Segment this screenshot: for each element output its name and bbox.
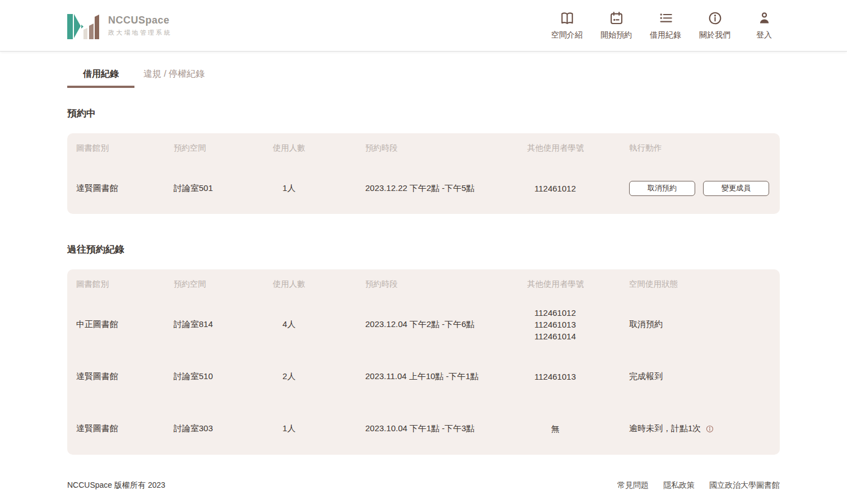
top-header: NCCUSpace 政大場地管理系統 空間介紹 開始預約 xyxy=(0,0,847,52)
cell-timeslot: 2023.12.22 下午2點 -下午5點 xyxy=(365,183,527,194)
nav-label: 關於我們 xyxy=(699,30,730,40)
nav-label: 登入 xyxy=(756,30,772,40)
footer-link-nccu-library[interactable]: 國立政治大學圖書館 xyxy=(709,480,780,491)
past-bookings-table: 圖書館別 預約空間 使用人數 預約時段 其他使用者學號 空間使用狀態 中正圖書館… xyxy=(67,269,780,455)
cell-timeslot: 2023.12.04 下午2點 -下午6點 xyxy=(365,319,527,330)
cell-people: 1人 xyxy=(273,423,365,434)
col-header-people: 使用人數 xyxy=(273,279,365,290)
nav-label: 開始預約 xyxy=(601,30,632,40)
cell-other-users: 112461012 112461013 112461014 xyxy=(527,307,629,342)
footer-link-privacy[interactable]: 隱私政策 xyxy=(663,480,695,491)
col-header-other-users: 其他使用者學號 xyxy=(527,143,629,153)
nav-label: 空間介紹 xyxy=(551,30,583,40)
table-header-row: 圖書館別 預約空間 使用人數 預約時段 其他使用者學號 執行動作 xyxy=(76,133,771,162)
status-text: 逾時未到，計點1次 xyxy=(629,423,701,434)
current-section-title: 預約中 xyxy=(67,107,780,120)
brand-logo[interactable]: NCCUSpace 政大場地管理系統 xyxy=(67,11,172,40)
user-icon xyxy=(757,11,772,26)
nav-item-login[interactable]: 登入 xyxy=(748,11,780,40)
nav-item-about-us[interactable]: 關於我們 xyxy=(699,11,730,40)
cell-people: 2人 xyxy=(273,371,365,382)
nav-item-space-intro[interactable]: 空間介紹 xyxy=(551,11,583,40)
list-icon xyxy=(658,11,673,26)
change-members-button[interactable]: 變更成員 xyxy=(703,181,769,196)
tab-booking-records[interactable]: 借用紀錄 xyxy=(67,68,134,88)
table-row: 達賢圖書館 討論室501 1人 2023.12.22 下午2點 -下午5點 11… xyxy=(76,162,771,214)
cell-people: 1人 xyxy=(273,183,365,194)
table-row: 達賢圖書館 討論室303 1人 2023.10.04 下午1點 -下午3點 無 … xyxy=(76,403,771,455)
nav-item-booking-records[interactable]: 借用紀錄 xyxy=(650,11,681,40)
cell-other-users: 無 xyxy=(527,423,629,435)
cell-library: 達賢圖書館 xyxy=(76,183,174,194)
main-nav: 空間介紹 開始預約 借用紀錄 關於我們 xyxy=(551,11,780,40)
table-header-row: 圖書館別 預約空間 使用人數 預約時段 其他使用者學號 空間使用狀態 xyxy=(76,269,771,298)
book-open-icon xyxy=(560,11,575,26)
cell-library: 達賢圖書館 xyxy=(76,371,174,382)
cell-actions: 取消預約 變更成員 xyxy=(629,181,771,196)
cell-timeslot: 2023.11.04 上午10點 -下午1點 xyxy=(365,371,527,382)
main-content: 借用紀錄 違規 / 停權紀錄 預約中 圖書館別 預約空間 使用人數 預約時段 其… xyxy=(0,68,847,455)
cell-space: 討論室303 xyxy=(174,423,273,434)
nccuspace-logo-icon xyxy=(67,11,100,40)
table-row: 中正圖書館 討論室814 4人 2023.12.04 下午2點 -下午6點 11… xyxy=(76,298,771,351)
copyright-text: NCCUSpace 版權所有 2023 xyxy=(67,480,165,491)
col-header-library: 圖書館別 xyxy=(76,279,174,290)
calendar-icon xyxy=(609,11,624,26)
nav-item-start-booking[interactable]: 開始預約 xyxy=(601,11,632,40)
cell-other-users: 112461013 xyxy=(527,371,629,382)
cell-timeslot: 2023.10.04 下午1點 -下午3點 xyxy=(365,423,527,434)
cell-library: 中正圖書館 xyxy=(76,319,174,330)
brand-name: NCCUSpace xyxy=(108,15,172,26)
col-header-space: 預約空間 xyxy=(174,143,273,153)
nav-label: 借用紀錄 xyxy=(650,30,681,40)
col-header-people: 使用人數 xyxy=(273,143,365,153)
cell-other-users: 112461012 xyxy=(527,183,629,194)
cell-people: 4人 xyxy=(273,319,365,330)
col-header-library: 圖書館別 xyxy=(76,143,174,153)
page-footer: NCCUSpace 版權所有 2023 常見問題 隱私政策 國立政治大學圖書館 xyxy=(0,480,847,491)
cell-usage-status: 逾時未到，計點1次 xyxy=(629,423,771,434)
info-circle-icon xyxy=(708,11,723,26)
cell-space: 討論室501 xyxy=(174,183,273,194)
col-header-space: 預約空間 xyxy=(174,279,273,290)
col-header-actions: 執行動作 xyxy=(629,143,771,153)
footer-links: 常見問題 隱私政策 國立政治大學圖書館 xyxy=(617,480,780,491)
info-icon[interactable] xyxy=(706,425,714,433)
status-text: 完成報到 xyxy=(629,371,663,382)
cell-library: 達賢圖書館 xyxy=(76,423,174,434)
cell-usage-status: 取消預約 xyxy=(629,319,771,330)
cell-space: 討論室510 xyxy=(174,371,273,382)
tab-violation-records[interactable]: 違規 / 停權紀錄 xyxy=(143,68,204,88)
col-header-other-users: 其他使用者學號 xyxy=(527,279,629,290)
current-bookings-table: 圖書館別 預約空間 使用人數 預約時段 其他使用者學號 執行動作 達賢圖書館 討… xyxy=(67,133,780,214)
record-tabs: 借用紀錄 違規 / 停權紀錄 xyxy=(67,68,780,88)
past-section-title: 過往預約紀錄 xyxy=(67,243,780,256)
footer-link-faq[interactable]: 常見問題 xyxy=(617,480,649,491)
col-header-timeslot: 預約時段 xyxy=(365,143,527,153)
cancel-booking-button[interactable]: 取消預約 xyxy=(629,181,695,196)
col-header-timeslot: 預約時段 xyxy=(365,279,527,290)
col-header-usage-status: 空間使用狀態 xyxy=(629,279,771,290)
brand-subtitle: 政大場地管理系統 xyxy=(108,29,172,37)
cell-space: 討論室814 xyxy=(174,319,273,330)
status-text: 取消預約 xyxy=(629,319,663,330)
cell-usage-status: 完成報到 xyxy=(629,371,771,382)
table-row: 達賢圖書館 討論室510 2人 2023.11.04 上午10點 -下午1點 1… xyxy=(76,351,771,403)
